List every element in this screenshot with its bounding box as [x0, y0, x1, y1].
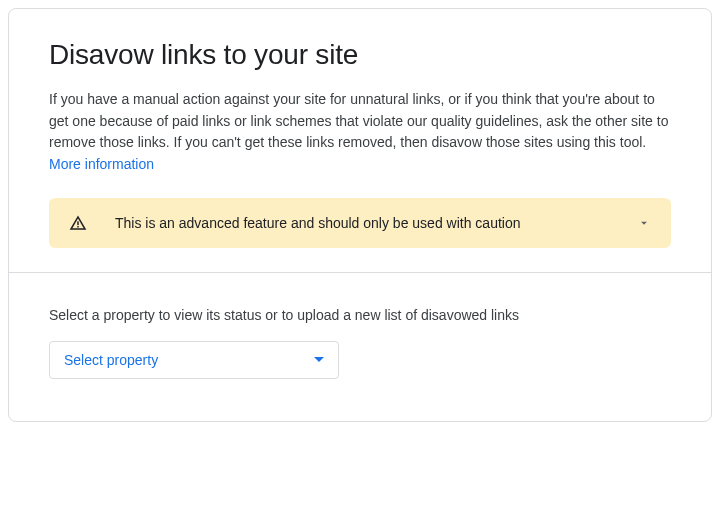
svg-rect-0: [77, 221, 79, 225]
page-description: If you have a manual action against your…: [49, 89, 671, 176]
dropdown-selected-text: Select property: [64, 352, 158, 368]
main-card: Disavow links to your site If you have a…: [8, 8, 712, 422]
select-property-dropdown[interactable]: Select property: [49, 341, 339, 379]
dropdown-arrow-icon: [314, 357, 324, 362]
description-text: If you have a manual action against your…: [49, 91, 668, 150]
card-bottom-section: Select a property to view its status or …: [9, 273, 711, 421]
select-property-label: Select a property to view its status or …: [49, 307, 671, 323]
card-top-section: Disavow links to your site If you have a…: [9, 9, 711, 272]
warning-triangle-icon: [67, 212, 89, 234]
chevron-down-icon: [635, 214, 653, 232]
svg-rect-1: [77, 226, 79, 228]
warning-text: This is an advanced feature and should o…: [115, 215, 635, 231]
more-info-link[interactable]: More information: [49, 156, 154, 172]
warning-banner[interactable]: This is an advanced feature and should o…: [49, 198, 671, 248]
page-title: Disavow links to your site: [49, 39, 671, 71]
